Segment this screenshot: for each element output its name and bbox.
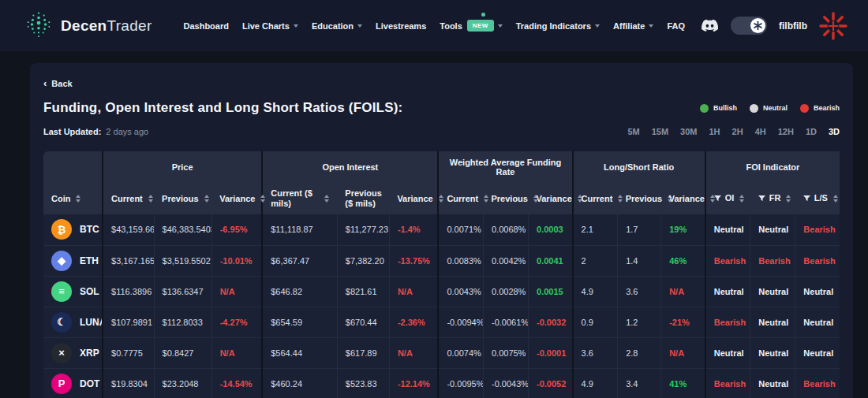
legend-item-bullish: Bullish xyxy=(700,104,737,113)
column-label: L/S xyxy=(814,193,828,203)
column-header-price-variance[interactable]: Variance xyxy=(211,183,262,214)
cell-dot-fr-variance: -0.0052 xyxy=(529,368,573,398)
timeframe-15m[interactable]: 15M xyxy=(652,127,668,136)
column-header-oi-previous[interactable]: Previous ($ mils) xyxy=(337,183,389,214)
column-header-content: Variance xyxy=(669,194,715,204)
cell-xrp-fr-previous: 0.0075% xyxy=(483,337,528,368)
cell-luna-oi-current: $654.59 xyxy=(262,307,337,337)
nav-item-dashboard[interactable]: Dashboard xyxy=(184,21,229,31)
navbar: DecenTrader DashboardLive ChartsEducatio… xyxy=(0,0,868,51)
column-header-oi-current[interactable]: Current ($ mils) xyxy=(262,183,337,214)
column-header-content: Previous xyxy=(162,194,208,204)
cell-eth-coin[interactable]: ◆ETH› xyxy=(43,245,103,276)
nav-item-label: Tools xyxy=(440,21,462,31)
cell-xrp-foi-fr: Neutral xyxy=(750,337,795,368)
cell-dot-foi-oi: Bearish xyxy=(705,368,750,398)
timeframe-2h[interactable]: 2H xyxy=(732,127,743,136)
column-label: Previous xyxy=(491,194,527,204)
cell-eth-oi-current: $6,367.47 xyxy=(262,245,337,276)
discord-icon[interactable] xyxy=(701,19,719,32)
last-updated-label: Last Updated: xyxy=(43,127,101,136)
timeframe-1d[interactable]: 1D xyxy=(806,127,817,136)
legend: BullishNeutralBearish xyxy=(700,104,840,113)
cell-sol-foi-ls: Neutral xyxy=(795,276,840,307)
cell-luna-coin[interactable]: ☾LUNA› xyxy=(43,307,103,337)
timeframe-4h[interactable]: 4H xyxy=(755,127,766,136)
cell-xrp-oi-current: $564.44 xyxy=(262,337,337,368)
back-button[interactable]: ‹ Back xyxy=(43,79,73,88)
timeframe-1h[interactable]: 1H xyxy=(709,127,720,136)
nav-item-live-charts[interactable]: Live Charts xyxy=(242,21,298,31)
column-label: Variance xyxy=(397,194,432,204)
sort-icon xyxy=(833,195,838,203)
cell-eth-ls-previous: 1.4 xyxy=(618,245,661,276)
column-header-foi-fr[interactable]: FR xyxy=(750,183,795,214)
cell-sol-foi-oi: Neutral xyxy=(705,276,750,307)
column-label: Variance xyxy=(537,194,572,204)
theme-toggle[interactable] xyxy=(731,17,767,35)
cell-sol-fr-current: 0.0043% xyxy=(438,276,483,307)
column-label: FR xyxy=(769,193,781,203)
table-row-xrp: ×XRP›$0.7775$0.8427N/A$564.44$617.89N/A0… xyxy=(43,337,840,368)
cell-btc-foi-oi: Neutral xyxy=(705,214,750,245)
nav-item-education[interactable]: Education xyxy=(312,21,362,31)
cell-eth-ls-variance: 46% xyxy=(661,245,705,276)
nav-item-faq[interactable]: FAQ xyxy=(667,21,685,31)
group-header-price[interactable]: Price xyxy=(103,151,262,183)
column-header-oi-variance[interactable]: Variance xyxy=(389,183,438,214)
column-header-content: FR xyxy=(758,193,791,203)
timeframe-12h[interactable]: 12H xyxy=(778,127,794,136)
cell-xrp-ls-current: 3.6 xyxy=(573,337,618,368)
cell-sol-price-current: $116.3896 xyxy=(103,276,154,307)
coin-name: XRP xyxy=(80,348,99,359)
table-row-dot: PDOT›$19.8304$23.2048-14.54%$460.24$523.… xyxy=(43,368,840,398)
cell-btc-price-current: $43,159.6681 xyxy=(103,214,154,245)
nav-item-livestreams[interactable]: Livestreams xyxy=(376,21,426,31)
nav-item-tools[interactable]: ToolsNEW xyxy=(440,20,502,32)
brand-logo[interactable]: DecenTrader xyxy=(24,9,152,43)
group-header-weighted-average-funding-rate[interactable]: Weighted Average Funding Rate xyxy=(438,151,572,183)
group-header-long-short-ratio[interactable]: Long/Short Ratio xyxy=(573,151,705,183)
timeframe-30m[interactable]: 30M xyxy=(680,127,697,136)
table-row-luna: ☾LUNA›$107.9891$112.8033-4.27%$654.59$67… xyxy=(43,307,840,337)
foils-table: PriceOpen InterestWeighted Average Fundi… xyxy=(43,151,840,398)
chevron-down-icon xyxy=(649,24,653,28)
group-header-foi-indicator[interactable]: FOI Indicator xyxy=(705,151,840,183)
column-header-content: OI xyxy=(714,193,745,203)
cell-eth-price-previous: $3,519.5502 xyxy=(154,245,211,276)
column-label: Variance xyxy=(669,194,705,204)
column-header-coin[interactable]: Coin xyxy=(43,183,103,214)
cell-dot-fr-current: -0.0095% xyxy=(438,368,483,398)
cell-btc-fr-previous: 0.0068% xyxy=(483,214,528,245)
username: filbfilb xyxy=(779,20,807,32)
cell-xrp-coin[interactable]: ×XRP› xyxy=(43,337,103,368)
column-header-content: Current ($ mils) xyxy=(271,188,329,209)
sort-icon xyxy=(148,195,153,203)
column-header-content: Current xyxy=(447,194,488,204)
cell-dot-coin[interactable]: PDOT› xyxy=(43,368,103,398)
cell-btc-price-previous: $46,383.5403 xyxy=(154,214,211,245)
column-header-foi-ls[interactable]: L/S xyxy=(795,183,840,214)
column-label: Current xyxy=(111,194,143,204)
cell-btc-ls-previous: 1.7 xyxy=(618,214,661,245)
timeframe-5m[interactable]: 5M xyxy=(627,127,639,136)
column-header-ls-previous[interactable]: Previous xyxy=(618,183,661,214)
cell-btc-coin[interactable]: ₿BTC› xyxy=(43,214,103,245)
cell-sol-coin[interactable]: ≡SOL› xyxy=(43,276,103,307)
polkadot-icon: P xyxy=(51,374,72,394)
user-avatar[interactable] xyxy=(819,12,847,40)
column-header-fr-current[interactable]: Current xyxy=(438,183,483,214)
bitcoin-icon: ₿ xyxy=(51,219,72,240)
nav-item-affiliate[interactable]: Affiliate xyxy=(613,21,653,31)
cell-sol-oi-variance: N/A xyxy=(389,276,438,307)
column-header-fr-previous[interactable]: Previous xyxy=(483,183,528,214)
coin-cell-content: ◆ETH› xyxy=(51,251,94,271)
table-row-eth: ◆ETH›$3,167.1657$3,519.5502-10.01%$6,367… xyxy=(43,245,840,276)
column-header-price-current[interactable]: Current xyxy=(103,183,154,214)
timeframe-3d[interactable]: 3D xyxy=(829,127,840,136)
column-header-price-previous[interactable]: Previous xyxy=(154,183,211,214)
cell-luna-ls-current: 0.9 xyxy=(573,307,618,337)
group-header-open-interest[interactable]: Open Interest xyxy=(262,151,438,183)
sort-icon xyxy=(484,195,488,203)
nav-item-trading-indicators[interactable]: Trading Indicators xyxy=(516,21,600,31)
